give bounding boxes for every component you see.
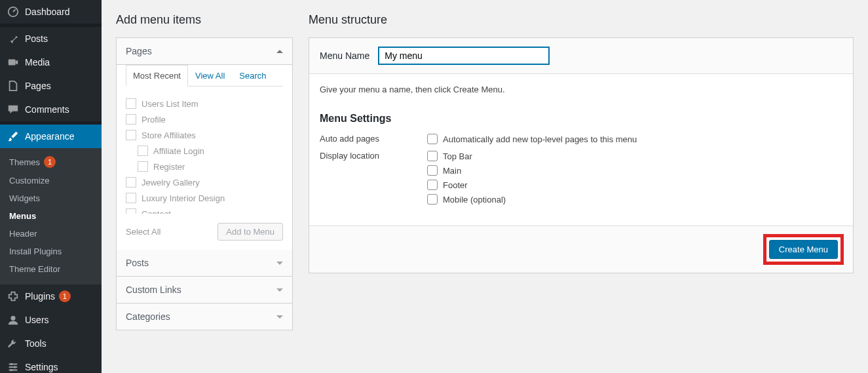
- custom-links-accordion-header[interactable]: Custom Links: [117, 277, 292, 304]
- submenu-widgets[interactable]: Widgets: [0, 189, 102, 207]
- menu-structure-column: Menu structure Menu Name Give your menu …: [309, 13, 854, 360]
- location-option[interactable]: Footer: [427, 180, 506, 190]
- sidebar-item-posts[interactable]: Posts: [0, 27, 102, 50]
- page-check-item[interactable]: Profile: [126, 111, 280, 127]
- sliders-icon: [7, 361, 20, 373]
- add-items-heading: Add menu items: [116, 13, 293, 27]
- posts-accordion-header[interactable]: Posts: [117, 250, 292, 277]
- page-check-item[interactable]: Luxury Interior Design: [126, 190, 280, 206]
- sidebar-label: Users: [25, 315, 49, 325]
- location-checkbox[interactable]: [427, 165, 438, 176]
- chevron-down-icon: [276, 262, 283, 265]
- auto-add-option[interactable]: Automatically add new top-level pages to…: [427, 134, 637, 144]
- add-menu-items-column: Add menu items Pages Most Recent View Al…: [116, 13, 293, 360]
- sidebar-label: Settings: [25, 362, 58, 372]
- create-menu-highlight: Create Menu: [763, 234, 844, 265]
- submenu-header[interactable]: Header: [0, 225, 102, 243]
- page-checkbox[interactable]: [126, 208, 136, 214]
- menu-footer: Create Menu: [309, 226, 853, 273]
- tab-most-recent[interactable]: Most Recent: [126, 65, 188, 87]
- menu-name-row: Menu Name: [309, 38, 853, 74]
- page-checkbox[interactable]: [126, 193, 136, 203]
- menu-body: Give your menu a name, then click Create…: [309, 74, 853, 226]
- svg-point-2: [10, 316, 15, 321]
- page-checkbox[interactable]: [126, 177, 136, 187]
- location-option[interactable]: Top Bar: [427, 151, 506, 161]
- menu-structure-heading: Menu structure: [309, 13, 854, 27]
- admin-sidebar: Dashboard Posts Media Pages Comments App…: [0, 0, 102, 373]
- sidebar-item-appearance[interactable]: Appearance: [0, 125, 102, 148]
- create-menu-button[interactable]: Create Menu: [769, 240, 838, 259]
- main-content: Add menu items Pages Most Recent View Al…: [102, 0, 868, 373]
- page-checkbox[interactable]: [126, 114, 136, 125]
- dashboard-icon: [7, 5, 20, 18]
- auto-add-row: Auto add pages Automatically add new top…: [320, 134, 842, 144]
- location-option[interactable]: Mobile (optional): [427, 194, 506, 205]
- appearance-submenu: Themes 1 Customize Widgets Menus Header …: [0, 148, 102, 285]
- sidebar-label: Tools: [25, 338, 47, 349]
- page-check-item[interactable]: Register: [126, 159, 280, 174]
- sidebar-item-pages[interactable]: Pages: [0, 74, 102, 98]
- pin-icon: [7, 32, 20, 45]
- page-check-item[interactable]: Affiliate Login: [126, 143, 280, 159]
- submenu-menus[interactable]: Menus: [0, 207, 102, 225]
- menu-name-label: Menu Name: [320, 50, 369, 61]
- page-check-item[interactable]: Users List Item: [126, 96, 280, 111]
- menu-settings-heading: Menu Settings: [320, 113, 842, 125]
- sidebar-item-media[interactable]: Media: [0, 50, 102, 74]
- page-check-item[interactable]: Contact: [126, 206, 280, 214]
- sidebar-label: Media: [25, 57, 50, 68]
- display-location-label: Display location: [320, 151, 427, 205]
- chevron-down-icon: [276, 288, 283, 292]
- sidebar-label: Appearance: [25, 131, 75, 142]
- sidebar-item-tools[interactable]: Tools: [0, 332, 102, 355]
- submenu-theme-editor[interactable]: Theme Editor: [0, 260, 102, 278]
- auto-add-checkbox[interactable]: [427, 134, 438, 144]
- sidebar-label: Posts: [25, 33, 48, 44]
- svg-point-3: [10, 363, 13, 366]
- plugin-icon: [7, 290, 20, 303]
- sidebar-label: Dashboard: [25, 7, 70, 17]
- sidebar-item-plugins[interactable]: Plugins 1: [0, 285, 102, 308]
- pages-accordion-body: Most Recent View All Search Users List I…: [117, 65, 292, 250]
- sidebar-item-comments[interactable]: Comments: [0, 98, 102, 121]
- metabox-container: Pages Most Recent View All Search Users …: [116, 37, 293, 330]
- location-checkbox[interactable]: [427, 180, 438, 190]
- svg-rect-1: [9, 60, 16, 66]
- sidebar-item-settings[interactable]: Settings: [0, 355, 102, 373]
- page-checkbox[interactable]: [138, 161, 148, 172]
- submenu-customize[interactable]: Customize: [0, 172, 102, 189]
- page-check-item[interactable]: Store Affiliates: [126, 127, 280, 143]
- submenu-install-plugins[interactable]: Install Plugins: [0, 243, 102, 260]
- user-icon: [7, 313, 20, 326]
- tab-view-all[interactable]: View All: [188, 65, 232, 87]
- pages-accordion-header[interactable]: Pages: [117, 38, 292, 65]
- display-location-row: Display location Top Bar Main Footer Mob…: [320, 151, 842, 205]
- sidebar-label: Comments: [25, 104, 69, 115]
- location-checkbox[interactable]: [427, 194, 438, 205]
- brush-icon: [7, 130, 20, 143]
- location-option[interactable]: Main: [427, 165, 506, 176]
- wrench-icon: [7, 337, 20, 350]
- pages-checklist[interactable]: Users List Item Profile Store Affiliates…: [126, 96, 283, 214]
- pages-tabs: Most Recent View All Search: [126, 65, 283, 87]
- page-check-item[interactable]: Jewelry Gallery: [126, 174, 280, 190]
- submenu-themes[interactable]: Themes 1: [0, 152, 102, 172]
- menu-name-input[interactable]: [379, 47, 549, 64]
- page-checkbox[interactable]: [126, 130, 136, 140]
- page-checkbox[interactable]: [138, 146, 148, 156]
- sidebar-label: Pages: [25, 81, 51, 91]
- categories-accordion-header[interactable]: Categories: [117, 304, 292, 330]
- sidebar-label: Plugins: [25, 291, 55, 302]
- sidebar-item-users[interactable]: Users: [0, 308, 102, 332]
- page-checkbox[interactable]: [126, 98, 136, 109]
- media-icon: [7, 56, 20, 69]
- update-badge: 1: [44, 156, 56, 168]
- svg-point-4: [14, 366, 16, 368]
- add-to-menu-button[interactable]: Add to Menu: [217, 223, 283, 241]
- location-checkbox[interactable]: [427, 151, 438, 161]
- tab-search[interactable]: Search: [232, 65, 273, 87]
- select-all-link[interactable]: Select All: [126, 227, 160, 237]
- auto-add-label: Auto add pages: [320, 134, 427, 144]
- sidebar-item-dashboard[interactable]: Dashboard: [0, 0, 102, 24]
